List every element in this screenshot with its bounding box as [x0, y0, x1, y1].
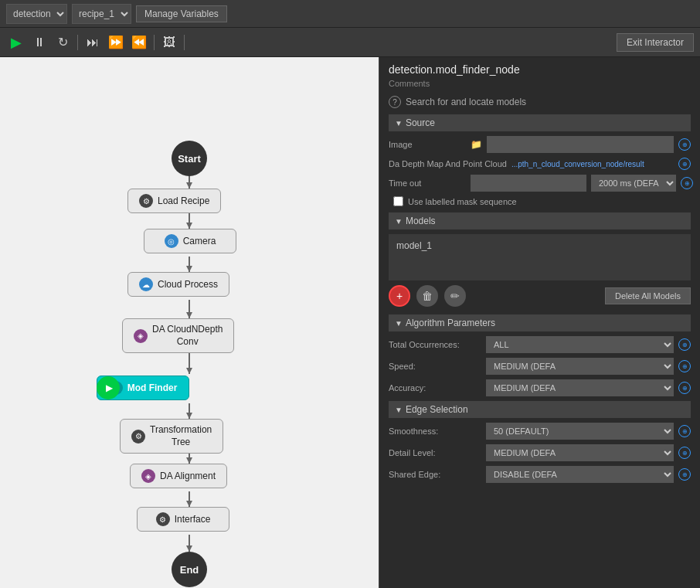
pause-button[interactable]: ⏸: [29, 32, 49, 53]
exit-interactor-button[interactable]: Exit Interactor: [617, 33, 694, 52]
da-alignment-box[interactable]: ◈ DA Alignment: [130, 464, 227, 488]
end-node[interactable]: End: [172, 552, 207, 587]
models-section-header[interactable]: ▼ Models: [389, 212, 691, 229]
models-area: model_1: [389, 234, 691, 280]
smoothness-link-icon[interactable]: ⊕: [678, 425, 691, 437]
image-row: Image 📁 ⊕: [389, 136, 691, 153]
smoothness-select[interactable]: 50 (DEFAULT): [486, 423, 674, 440]
timeout-row: Time out 2000 ms (DEFA ⊕: [389, 175, 691, 192]
svg-marker-14: [186, 413, 192, 419]
refresh-button[interactable]: ↻: [53, 32, 73, 53]
load-recipe-icon: ⚙: [139, 194, 153, 208]
start-circle[interactable]: Start: [172, 141, 207, 176]
edge-section-header[interactable]: ▼ Edge Selection: [389, 401, 691, 418]
source-section-header[interactable]: ▼ Source: [389, 114, 691, 131]
depth-map-row: Da Depth Map And Point Cloud ...pth_n_cl…: [389, 158, 691, 170]
detail-level-row: Detail Level: MEDIUM (DEFA ⊕: [389, 444, 691, 461]
screenshot-button[interactable]: 🖼: [159, 32, 179, 53]
timeout-label: Time out: [389, 178, 466, 188]
shared-edge-link-icon[interactable]: ⊕: [678, 468, 691, 481]
top-bar: detection recipe_1 Manage Variables: [0, 0, 700, 28]
cloud-process-icon: ☁: [139, 277, 153, 291]
accuracy-select[interactable]: MEDIUM (DEFA: [486, 379, 674, 396]
detail-level-link-icon[interactable]: ⊕: [678, 447, 691, 459]
add-model-button[interactable]: +: [389, 285, 410, 307]
timeout-select[interactable]: 2000 ms (DEFA: [591, 175, 676, 192]
info-row: ? Search for and locate models: [389, 96, 691, 108]
fast-forward-button[interactable]: ⏩: [106, 32, 126, 53]
delete-all-models-button[interactable]: Delete All Models: [605, 287, 691, 304]
interface-icon: ⚙: [156, 512, 170, 526]
load-recipe-node[interactable]: ⚙ Load Recipe: [127, 189, 221, 213]
panel-comments: Comments: [389, 79, 691, 88]
smoothness-row: Smoothness: 50 (DEFAULT) ⊕: [389, 423, 691, 440]
accuracy-link-icon[interactable]: ⊕: [678, 382, 691, 394]
play-button[interactable]: ▶: [6, 32, 26, 53]
toolbar-separator-3: [184, 35, 185, 50]
algo-label: Algorithm Parameters: [406, 318, 495, 328]
edge-arrow: ▼: [395, 406, 403, 414]
panel-title: detection.mod_finder_node: [389, 63, 691, 76]
rewind-button[interactable]: ⏪: [129, 32, 149, 53]
depth-map-link-icon[interactable]: ⊕: [678, 158, 691, 170]
algo-section-header[interactable]: ▼ Algorithm Parameters: [389, 314, 691, 331]
folder-icon[interactable]: 📁: [471, 139, 482, 150]
speed-link-icon[interactable]: ⊕: [678, 360, 691, 372]
edge-label: Edge Selection: [406, 404, 468, 415]
da-cloudndepth-icon: ◈: [134, 329, 148, 343]
info-icon: ?: [389, 96, 401, 108]
toolbar-separator-2: [154, 35, 155, 50]
svg-marker-12: [186, 312, 192, 318]
transformation-tree-node[interactable]: ⚙ TransformationTree: [120, 419, 223, 454]
transformation-tree-box[interactable]: ⚙ TransformationTree: [120, 419, 223, 454]
recipe-select[interactable]: recipe_1: [72, 4, 131, 24]
camera-node[interactable]: ◎ Camera: [144, 229, 236, 253]
start-node[interactable]: Start: [172, 141, 207, 176]
shared-edge-select[interactable]: DISABLE (DEFA: [486, 466, 674, 483]
transformation-tree-icon: ⚙: [131, 430, 145, 444]
mod-finder-play-button[interactable]: [97, 376, 120, 399]
image-input[interactable]: [487, 136, 674, 153]
edit-model-button[interactable]: ✏: [444, 285, 466, 307]
delete-model-button[interactable]: 🗑: [416, 285, 438, 307]
cloud-process-node[interactable]: ☁ Cloud Process: [127, 272, 229, 297]
detail-level-select[interactable]: MEDIUM (DEFA: [486, 444, 674, 461]
da-alignment-node[interactable]: ◈ DA Alignment: [130, 464, 227, 488]
detection-select[interactable]: detection: [6, 4, 67, 24]
use-labelled-label: Use labelled mask sequence: [408, 197, 517, 206]
interface-node[interactable]: ⚙ Interface: [137, 507, 229, 532]
end-circle[interactable]: End: [172, 552, 207, 587]
da-cloudndepth-node[interactable]: ◈ DA CloudNDepthConv: [122, 318, 234, 353]
speed-select[interactable]: MEDIUM (DEFA: [486, 358, 674, 375]
da-cloudndepth-box[interactable]: ◈ DA CloudNDepthConv: [122, 318, 234, 353]
timeout-link-icon[interactable]: ⊕: [681, 177, 693, 189]
search-label: Search for and locate models: [406, 97, 526, 107]
image-link-icon[interactable]: ⊕: [678, 138, 691, 151]
mod-finder-row: ◈ Mod Finder: [97, 376, 189, 400]
cloud-process-box[interactable]: ☁ Cloud Process: [127, 272, 229, 297]
total-occurrences-select[interactable]: ALL: [486, 336, 674, 353]
flow-panel: Start ⚙ Load Recipe ◎ Camera ☁ Cloud Pro…: [0, 57, 379, 588]
camera-icon: ◎: [165, 234, 178, 248]
smoothness-label: Smoothness:: [389, 427, 481, 436]
accuracy-label: Accuracy:: [389, 383, 481, 393]
svg-marker-10: [186, 223, 192, 229]
step-button[interactable]: ⏭: [83, 32, 103, 53]
svg-marker-15: [186, 457, 192, 464]
speed-row: Speed: MEDIUM (DEFA ⊕: [389, 358, 691, 375]
timeout-input[interactable]: [471, 175, 586, 192]
manage-variables-button[interactable]: Manage Variables: [136, 5, 227, 22]
total-occurrences-link-icon[interactable]: ⊕: [678, 338, 691, 351]
camera-box[interactable]: ◎ Camera: [144, 229, 236, 253]
interface-box[interactable]: ⚙ Interface: [137, 507, 229, 532]
source-label: Source: [406, 117, 435, 128]
svg-marker-17: [186, 546, 192, 552]
use-labelled-checkbox[interactable]: [393, 196, 403, 206]
svg-marker-11: [186, 266, 192, 272]
model-1-item[interactable]: model_1: [393, 239, 686, 253]
total-occurrences-label: Total Occurrences:: [389, 340, 481, 349]
load-recipe-box[interactable]: ⚙ Load Recipe: [127, 189, 221, 213]
depth-map-path: ...pth_n_cloud_conversion_node/result: [511, 160, 674, 168]
models-label: Models: [406, 216, 436, 226]
models-arrow: ▼: [395, 217, 403, 226]
